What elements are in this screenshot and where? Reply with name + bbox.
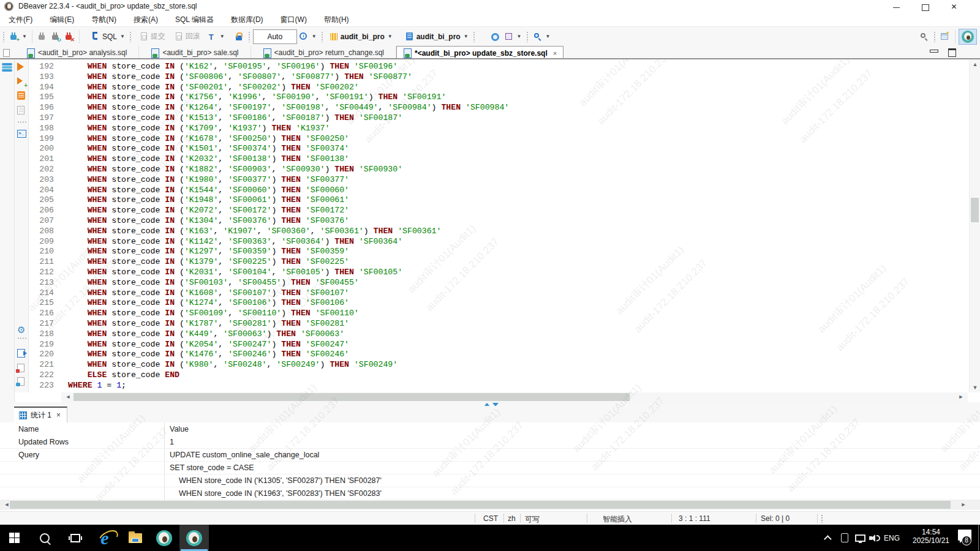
editor-tab-2[interactable]: <audit_bi_pro> return_change.sql [251, 46, 396, 59]
code-line-196[interactable]: 196 WHEN store_code IN ('K1264', 'SF0019… [29, 103, 509, 113]
reconnect-button[interactable]: ↻ [49, 29, 62, 44]
start-button[interactable] [0, 525, 28, 551]
connection-caret[interactable]: ▼ [388, 34, 393, 39]
execute-script-icon[interactable] [17, 91, 26, 100]
explain-plan-icon[interactable] [17, 106, 26, 115]
network-button[interactable]: ▼ [502, 29, 524, 44]
name-column-header[interactable]: Name [18, 425, 39, 433]
tray-expand-button[interactable]: ⌃ [818, 525, 839, 551]
network-caret[interactable]: ▼ [517, 34, 522, 39]
code-line-213[interactable]: 213 WHEN store_code IN ('SF00103', 'SF00… [29, 278, 509, 288]
code-line-219[interactable]: 219 WHEN store_code IN ('K2054', 'SF0024… [29, 340, 509, 350]
schema-selector[interactable]: audit_bi_pro ▼ [403, 29, 470, 44]
taskbar-clock[interactable]: 14:54 2025/10/21 [905, 525, 957, 551]
bottom-scroll-right-arrow[interactable]: ► [958, 501, 969, 508]
database-navigator-icon[interactable] [2, 63, 12, 73]
code-line-218[interactable]: 218 WHEN store_code IN ('K449', 'SF00063… [29, 329, 509, 340]
open-perspective-button[interactable] [938, 29, 952, 44]
horizontal-scroll-thumb[interactable] [74, 393, 630, 401]
disconnect-button[interactable] [36, 29, 49, 44]
editor-tab-1[interactable]: <audit_bi_pro> sale.sql [139, 46, 251, 59]
scroll-down-arrow[interactable]: ▼ [970, 384, 980, 391]
stat-row-1[interactable]: QueryUPDATE custom_online_sale_change_lo… [0, 449, 980, 462]
disconnect-all-button[interactable]: ✕ [62, 29, 76, 44]
dbeaver-perspective-button[interactable] [959, 29, 977, 45]
code-line-201[interactable]: 201 WHEN store_code IN ('K2032', 'SF0013… [29, 154, 509, 165]
bottom-scroll-thumb[interactable] [10, 501, 951, 509]
statistics-tab-close-icon[interactable]: × [56, 411, 61, 419]
settings-gear-icon[interactable]: ⚙ [17, 324, 26, 334]
open-console-icon[interactable] [17, 130, 26, 139]
scroll-right-arrow[interactable]: ► [956, 394, 967, 400]
save-db-icon[interactable] [17, 377, 26, 386]
search-caret[interactable]: ▼ [546, 34, 551, 39]
notification-badge[interactable]: 8 [962, 536, 971, 545]
menu-item-1[interactable]: 编辑(E) [41, 15, 83, 25]
statistics-table[interactable]: Name Value Updated Rows1QueryUPDATE cust… [0, 422, 980, 500]
code-line-202[interactable]: 202 WHEN store_code IN ('K1882', 'SF0090… [29, 165, 509, 175]
rollback-button[interactable]: 回滚 [172, 29, 202, 44]
execute-new-tab-icon[interactable]: + [17, 77, 26, 86]
menu-item-3[interactable]: 搜索(A) [125, 15, 167, 25]
dbeaver-taskbar-button-2[interactable] [179, 525, 209, 551]
save-report-icon[interactable] [17, 364, 26, 373]
code-line-210[interactable]: 210 WHEN store_code IN ('K1297', 'SF0035… [29, 247, 509, 257]
code-line-193[interactable]: 193 WHEN store_code IN ('SF00806', 'SF00… [29, 72, 509, 83]
code-line-212[interactable]: 212 WHEN store_code IN ('K2031', 'SF0010… [29, 268, 509, 278]
code-line-198[interactable]: 198 WHEN store_code IN ('K1709', 'K1937'… [29, 124, 509, 134]
minimize-button[interactable] [892, 3, 900, 11]
show-desktop-divider[interactable] [978, 525, 979, 551]
code-line-221[interactable]: 221 WHEN store_code IN ('K980', 'SF00248… [29, 360, 509, 370]
menu-item-4[interactable]: SQL 编辑器 [167, 15, 222, 25]
editor-list-icon[interactable] [3, 49, 10, 57]
menu-item-5[interactable]: 数据库(D) [222, 15, 272, 25]
code-line-214[interactable]: 214 WHEN store_code IN ('K1608', 'SF0010… [29, 288, 509, 299]
code-line-223[interactable]: 223WHERE 1 = 1; [29, 381, 509, 391]
code-line-222[interactable]: 222 ELSE store_code END [29, 370, 509, 381]
editor-tab-3[interactable]: *<audit_bi_pro> update_sbz_store.sql× [396, 46, 564, 59]
code-line-200[interactable]: 200 WHEN store_code IN ('K1501', 'SF0037… [29, 144, 509, 154]
refresh-caret[interactable]: ▼ [312, 34, 317, 39]
commit-mode-combo[interactable]: Auto [253, 29, 297, 44]
lock-button[interactable] [232, 29, 246, 44]
task-view-button[interactable] [61, 525, 89, 551]
export-result-icon[interactable] [17, 349, 26, 358]
search-button[interactable]: ▼ [531, 29, 552, 44]
connection-selector[interactable]: audit_bi_pro ▼ [327, 29, 394, 44]
menu-item-0[interactable]: 文件(F) [0, 15, 41, 25]
minimize-editor-icon[interactable] [930, 48, 937, 55]
code-line-209[interactable]: 209 WHEN store_code IN ('K1142', 'SF0036… [29, 237, 509, 247]
ie-button[interactable]: e [91, 525, 119, 551]
code-line-197[interactable]: 197 WHEN store_code IN ('K1513', 'SF0018… [29, 113, 509, 124]
code-line-207[interactable]: 207 WHEN store_code IN ('K1304', 'SF0037… [29, 216, 509, 227]
code-line-206[interactable]: 206 WHEN store_code IN ('K2072', 'SF0017… [29, 206, 509, 216]
editor-vertical-scrollbar[interactable]: ▲ ▼ [969, 59, 980, 392]
code-line-194[interactable]: 194 WHEN store_code IN ('SF00201', 'SF00… [29, 83, 509, 93]
stat-row-2[interactable]: SET store_code = CASE [0, 462, 980, 474]
transaction-caret[interactable]: ▼ [220, 34, 225, 39]
bottom-horizontal-scrollbar[interactable]: ◄ ► [0, 500, 980, 510]
statistics-tab[interactable]: 统计 1 × [14, 407, 67, 422]
maximize-editor-icon[interactable] [948, 48, 956, 55]
editor-horizontal-scrollbar[interactable]: ◄ ► [61, 392, 968, 402]
quick-access-search[interactable] [918, 29, 931, 44]
dashboard-button[interactable] [489, 29, 502, 44]
menu-item-6[interactable]: 窗口(W) [272, 15, 315, 25]
code-line-211[interactable]: 211 WHEN store_code IN ('K1379', 'SF0022… [29, 257, 509, 268]
transaction-log-button[interactable]: T ▼ [205, 29, 227, 44]
commit-button[interactable]: 提交 [137, 29, 167, 44]
code-line-195[interactable]: 195 WHEN store_code IN ('K1756', 'K1996'… [29, 92, 509, 103]
usb-tray-button[interactable] [837, 525, 853, 551]
refresh-button[interactable]: ▼ [297, 29, 318, 44]
file-explorer-button[interactable] [121, 525, 149, 551]
code-line-192[interactable]: 192 WHEN store_code IN ('K162', 'SF00195… [29, 62, 509, 72]
sql-editor-button[interactable]: SQL ▼ [89, 29, 127, 44]
value-column-header[interactable]: Value [170, 425, 189, 433]
stat-row-0[interactable]: Updated Rows1 [0, 436, 980, 449]
code-line-199[interactable]: 199 WHEN store_code IN ('K1678', 'SF0025… [29, 134, 509, 144]
vertical-scroll-thumb[interactable] [971, 198, 979, 222]
code-line-216[interactable]: 216 WHEN store_code IN ('SF00109', 'SF00… [29, 309, 509, 319]
code-line-220[interactable]: 220 WHEN store_code IN ('K1476', 'SF0024… [29, 350, 509, 360]
menu-item-2[interactable]: 导航(N) [83, 15, 125, 25]
scroll-up-arrow[interactable]: ▲ [970, 61, 980, 67]
